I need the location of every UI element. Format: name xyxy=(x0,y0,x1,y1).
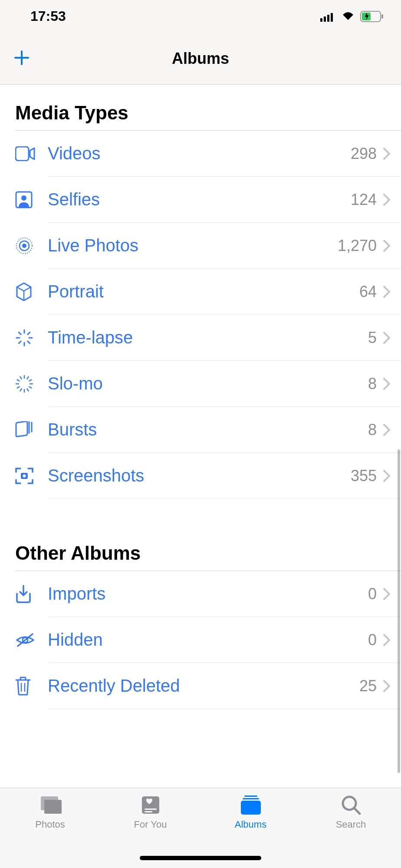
plus-icon xyxy=(13,49,30,66)
section-header-media-types: Media Types xyxy=(0,89,401,130)
svg-point-39 xyxy=(23,474,26,477)
chevron-right-icon xyxy=(383,286,390,298)
nav-bar: Albums xyxy=(0,33,401,85)
svg-line-16 xyxy=(28,332,30,334)
svg-rect-3 xyxy=(331,13,333,22)
list-count: 25 xyxy=(359,677,377,695)
svg-line-25 xyxy=(29,380,31,381)
list-count: 298 xyxy=(351,145,377,163)
wifi-icon xyxy=(341,11,355,22)
list-count: 0 xyxy=(368,585,377,603)
time-lapse-icon xyxy=(15,329,33,347)
bursts-icon xyxy=(15,421,34,439)
list-item-live-photos[interactable]: Live Photos 1,270 xyxy=(0,223,401,268)
albums-tab-icon xyxy=(239,795,263,815)
tab-label: Photos xyxy=(35,819,65,830)
chevron-right-icon xyxy=(383,378,390,390)
list-label: Portrait xyxy=(48,282,359,301)
tab-label: For You xyxy=(134,819,167,830)
chevron-right-icon xyxy=(383,588,390,600)
list-label: Bursts xyxy=(48,420,368,439)
status-bar: 17:53 xyxy=(0,0,401,33)
list-item-imports[interactable]: Imports 0 xyxy=(0,571,401,617)
trash-icon xyxy=(15,677,31,696)
list-item-slo-mo[interactable]: Slo-mo 8 xyxy=(0,361,401,406)
svg-line-20 xyxy=(19,341,21,343)
list-label: Hidden xyxy=(48,630,368,650)
svg-line-24 xyxy=(27,376,29,379)
chevron-right-icon xyxy=(383,194,390,206)
svg-rect-45 xyxy=(44,800,62,814)
svg-line-28 xyxy=(27,389,29,391)
imports-icon xyxy=(15,585,32,603)
svg-line-41 xyxy=(18,634,33,646)
list-label: Time-lapse xyxy=(48,328,368,347)
chevron-right-icon xyxy=(383,424,390,436)
tab-photos[interactable]: Photos xyxy=(0,795,100,868)
svg-rect-2 xyxy=(327,15,329,22)
svg-rect-1 xyxy=(324,17,326,22)
photos-tab-icon xyxy=(38,795,62,815)
list-label: Recently Deleted xyxy=(48,676,359,696)
video-icon xyxy=(15,146,35,161)
list-label: Screenshots xyxy=(48,466,351,485)
svg-rect-47 xyxy=(145,809,157,810)
portrait-icon xyxy=(15,282,33,301)
list-count: 8 xyxy=(368,421,377,439)
svg-rect-51 xyxy=(241,801,261,815)
list-item-videos[interactable]: Videos 298 xyxy=(0,131,401,176)
svg-rect-9 xyxy=(16,147,29,161)
list-label: Videos xyxy=(48,144,351,163)
svg-rect-35 xyxy=(16,421,27,437)
tab-label: Albums xyxy=(235,819,266,830)
svg-point-14 xyxy=(22,244,26,248)
section-header-other-albums: Other Albums xyxy=(0,529,401,571)
list-count: 124 xyxy=(351,191,377,209)
chevron-right-icon xyxy=(383,332,390,344)
search-tab-icon xyxy=(341,795,362,815)
svg-rect-48 xyxy=(145,811,152,812)
list-count: 8 xyxy=(368,375,377,393)
list-label: Imports xyxy=(48,584,368,604)
cellular-icon xyxy=(320,11,336,22)
list-item-hidden[interactable]: Hidden 0 xyxy=(0,617,401,663)
add-button[interactable] xyxy=(13,49,30,68)
list-item-time-lapse[interactable]: Time-lapse 5 xyxy=(0,315,401,360)
svg-line-31 xyxy=(17,386,20,388)
list-item-recently-deleted[interactable]: Recently Deleted 25 xyxy=(0,663,401,709)
list-count: 1,270 xyxy=(338,237,377,255)
home-indicator[interactable] xyxy=(140,856,261,860)
svg-line-53 xyxy=(355,809,360,814)
battery-icon xyxy=(360,11,384,22)
tab-search[interactable]: Search xyxy=(301,795,401,868)
list-item-bursts[interactable]: Bursts 8 xyxy=(0,407,401,452)
chevron-right-icon xyxy=(383,680,390,692)
list-label: Live Photos xyxy=(48,236,338,255)
chevron-right-icon xyxy=(383,240,390,252)
screenshots-icon xyxy=(15,467,33,485)
for-you-tab-icon xyxy=(140,795,161,815)
svg-rect-50 xyxy=(243,798,259,799)
svg-line-33 xyxy=(17,380,20,381)
list-item-screenshots[interactable]: Screenshots 355 xyxy=(0,453,401,498)
svg-line-22 xyxy=(19,332,21,334)
list-item-portrait[interactable]: Portrait 64 xyxy=(0,269,401,314)
chevron-right-icon xyxy=(383,148,390,160)
svg-line-27 xyxy=(29,386,31,388)
list-label: Selfies xyxy=(48,190,351,209)
list-label: Slo-mo xyxy=(48,374,368,393)
list-item-selfies[interactable]: Selfies 124 xyxy=(0,177,401,222)
hidden-icon xyxy=(15,632,35,648)
slo-mo-icon xyxy=(15,375,33,393)
svg-rect-0 xyxy=(320,18,322,22)
svg-rect-6 xyxy=(381,14,383,19)
chevron-right-icon xyxy=(383,470,390,482)
status-icons xyxy=(320,11,384,22)
list-count: 64 xyxy=(359,283,377,301)
svg-line-34 xyxy=(20,376,22,379)
chevron-right-icon xyxy=(383,634,390,646)
scroll-indicator[interactable] xyxy=(398,449,400,773)
status-time: 17:53 xyxy=(30,8,66,24)
live-photos-icon xyxy=(15,237,33,255)
tab-label: Search xyxy=(336,819,366,830)
